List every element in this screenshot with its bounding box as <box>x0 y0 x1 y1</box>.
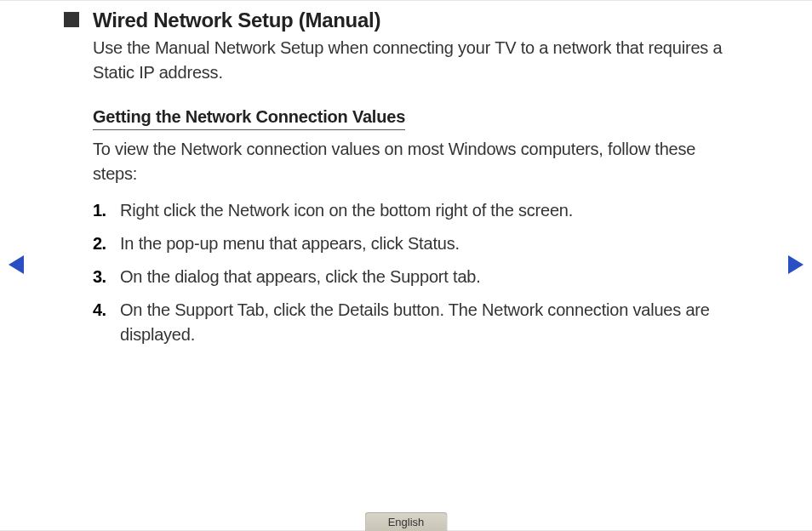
list-item: 2. In the pop-up menu that appears, clic… <box>93 231 735 256</box>
list-item: 1. Right click the Network icon on the b… <box>93 198 735 223</box>
page-title: Wired Network Setup (Manual) <box>93 9 380 32</box>
top-edge <box>0 0 812 1</box>
list-item: 3. On the dialog that appears, click the… <box>93 265 735 289</box>
step-text: Right click the Network icon on the bott… <box>120 198 735 223</box>
next-page-arrow-icon[interactable] <box>788 255 803 274</box>
sub-section: Getting the Network Connection Values To… <box>93 107 735 347</box>
list-item: 4. On the Support Tab, click the Details… <box>93 298 735 347</box>
language-label: English <box>388 516 425 528</box>
step-text: On the dialog that appears, click the Su… <box>120 265 735 289</box>
square-bullet-icon <box>64 12 79 27</box>
language-badge[interactable]: English <box>365 512 448 531</box>
sub-intro-text: To view the Network connection values on… <box>93 137 735 186</box>
title-row: Wired Network Setup (Manual) <box>64 9 735 32</box>
prev-page-arrow-icon[interactable] <box>9 255 24 274</box>
step-number: 3. <box>93 265 120 289</box>
step-number: 1. <box>93 198 120 223</box>
steps-list: 1. Right click the Network icon on the b… <box>93 198 735 347</box>
step-text: On the Support Tab, click the Details bu… <box>120 298 735 347</box>
intro-text: Use the Manual Network Setup when connec… <box>93 36 735 85</box>
page-content: Wired Network Setup (Manual) Use the Man… <box>0 0 812 347</box>
step-text: In the pop-up menu that appears, click S… <box>120 231 735 256</box>
step-number: 2. <box>93 231 120 256</box>
step-number: 4. <box>93 298 120 347</box>
sub-heading: Getting the Network Connection Values <box>93 107 405 130</box>
